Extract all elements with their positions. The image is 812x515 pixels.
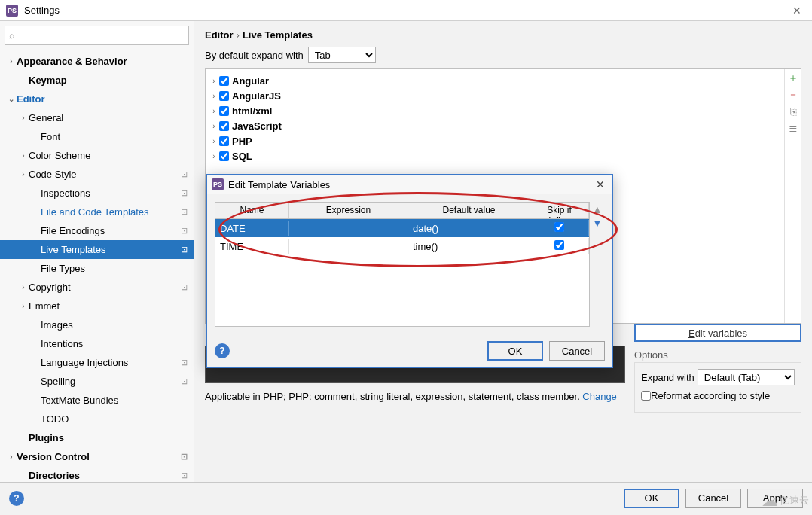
template-group[interactable]: ›AngularJS — [209, 88, 781, 103]
cell-name[interactable]: DATE — [215, 221, 289, 236]
template-checkbox[interactable] — [219, 151, 229, 161]
table-row[interactable]: TIMEtime() — [215, 237, 589, 255]
help-icon[interactable]: ? — [9, 491, 24, 506]
tree-item-label: Editor — [17, 93, 194, 105]
template-group[interactable]: ›JavaScript — [209, 118, 781, 133]
chevron-right-icon: › — [209, 137, 219, 145]
tree-item-file-encodings[interactable]: File Encodings⊡ — [0, 221, 194, 240]
close-icon[interactable]: ✕ — [788, 5, 806, 17]
cell-default[interactable]: time() — [408, 239, 530, 254]
tree-item-directories[interactable]: Directories⊡ — [0, 466, 194, 482]
expand-combo[interactable]: Tab — [308, 47, 376, 63]
tree-item-appearance-behavior[interactable]: ›Appearance & Behavior — [0, 52, 194, 71]
edit-variables-button[interactable]: Edit variables — [634, 324, 801, 342]
chevron-icon: › — [6, 57, 17, 66]
table-row[interactable]: DATEdate() — [215, 219, 589, 237]
tree-item-todo[interactable]: TODO — [0, 410, 194, 428]
move-down-icon[interactable]: ▼ — [592, 217, 603, 229]
applicable-text: Applicable in PHP; PHP: comment, string … — [205, 391, 625, 402]
col-name[interactable]: Name — [215, 203, 289, 218]
tree-item-color-scheme[interactable]: ›Color Scheme — [0, 146, 194, 165]
scope-icon: ⊡ — [181, 358, 188, 367]
cancel-button[interactable]: Cancel — [685, 489, 741, 508]
search-input[interactable] — [5, 26, 189, 45]
tree-item-keymap[interactable]: Keymap — [0, 71, 194, 90]
dialog-ok-button[interactable]: OK — [487, 341, 543, 361]
template-label: Angular — [232, 75, 269, 87]
dialog-cancel-button[interactable]: Cancel — [549, 341, 605, 361]
template-group[interactable]: ›html/xml — [209, 103, 781, 118]
template-checkbox[interactable] — [219, 106, 229, 116]
template-label: html/xml — [232, 105, 272, 117]
skip-checkbox[interactable] — [554, 222, 564, 232]
tree-item-label: Spelling — [41, 376, 194, 387]
tree-item-intentions[interactable]: Intentions — [0, 334, 194, 353]
expand-with-combo[interactable]: Default (Tab) — [698, 369, 795, 385]
tree-item-label: Code Style — [29, 169, 194, 180]
tree-item-editor[interactable]: ⌄Editor — [0, 90, 194, 108]
remove-icon[interactable]: － — [786, 88, 800, 102]
tree-item-general[interactable]: ›General — [0, 108, 194, 127]
reformat-checkbox[interactable] — [641, 391, 651, 401]
variables-table[interactable]: Name Expression Default value Skip if de… — [215, 202, 590, 327]
scope-icon: ⊡ — [181, 169, 188, 179]
tree-item-file-and-code-templates[interactable]: File and Code Templates⊡ — [0, 203, 194, 221]
tree-item-version-control[interactable]: ›Version Control⊡ — [0, 447, 194, 466]
reformat-label: Reformat according to style — [651, 390, 770, 401]
tree-item-label: Appearance & Behavior — [17, 56, 194, 67]
template-checkbox[interactable] — [219, 76, 229, 86]
tree-item-label: Intentions — [41, 338, 194, 349]
window-title: Settings — [24, 5, 60, 16]
tree-item-label: File and Code Templates — [41, 206, 194, 218]
col-default-value[interactable]: Default value — [408, 203, 530, 218]
template-checkbox[interactable] — [219, 121, 229, 131]
template-checkbox[interactable] — [219, 136, 229, 146]
copy-icon[interactable]: ⎘ — [786, 105, 800, 118]
tree-item-label: TextMate Bundles — [41, 395, 194, 406]
search-icon: ⌕ — [9, 30, 14, 41]
chevron-icon: ⌄ — [6, 95, 17, 103]
tree-item-plugins[interactable]: Plugins — [0, 428, 194, 447]
tree-item-copyright[interactable]: ›Copyright⊡ — [0, 278, 194, 297]
cell-name[interactable]: TIME — [215, 239, 289, 254]
chevron-icon: › — [18, 114, 29, 122]
change-link[interactable]: Change — [582, 391, 617, 402]
skip-checkbox[interactable] — [554, 240, 564, 250]
template-group[interactable]: ›Angular — [209, 73, 781, 88]
cell-skip[interactable] — [530, 220, 589, 236]
cell-expression[interactable] — [289, 226, 408, 230]
tree-item-code-style[interactable]: ›Code Style⊡ — [0, 165, 194, 184]
move-up-icon[interactable]: ▲ — [592, 203, 603, 215]
scope-icon: ⊡ — [181, 226, 188, 236]
tree-item-font[interactable]: Font — [0, 127, 194, 146]
cell-expression[interactable] — [289, 244, 408, 248]
options-label: Options — [634, 349, 801, 361]
col-expression[interactable]: Expression — [289, 203, 408, 218]
help-icon[interactable]: ? — [215, 343, 230, 358]
cell-skip[interactable] — [530, 238, 589, 254]
scope-icon: ⊡ — [181, 207, 188, 217]
close-icon[interactable]: ✕ — [593, 178, 608, 190]
cell-default[interactable]: date() — [408, 221, 530, 236]
tree-item-emmet[interactable]: ›Emmet — [0, 297, 194, 315]
tree-item-language-injections[interactable]: Language Injections⊡ — [0, 353, 194, 372]
col-skip[interactable]: Skip if defin... — [530, 203, 589, 218]
scope-icon: ⊡ — [181, 282, 188, 292]
footer: ? OK Cancel Apply — [0, 482, 812, 513]
tree-item-live-templates[interactable]: Live Templates⊡ — [0, 240, 194, 259]
tree-item-textmate-bundles[interactable]: TextMate Bundles — [0, 391, 194, 410]
ok-button[interactable]: OK — [624, 489, 679, 508]
scope-icon: ⊡ — [181, 376, 188, 386]
tree-item-file-types[interactable]: File Types — [0, 259, 194, 278]
template-label: PHP — [232, 136, 252, 147]
tree-item-images[interactable]: Images — [0, 315, 194, 334]
tree-item-label: Keymap — [29, 75, 194, 86]
template-checkbox[interactable] — [219, 91, 229, 101]
template-group[interactable]: ›PHP — [209, 133, 781, 148]
tree-item-spelling[interactable]: Spelling⊡ — [0, 372, 194, 391]
add-icon[interactable]: ＋ — [786, 72, 800, 85]
list-icon[interactable]: ≣ — [786, 121, 800, 135]
template-group[interactable]: ›SQL — [209, 148, 781, 163]
tree-item-inspections[interactable]: Inspections⊡ — [0, 184, 194, 203]
app-icon: PS — [212, 178, 224, 190]
